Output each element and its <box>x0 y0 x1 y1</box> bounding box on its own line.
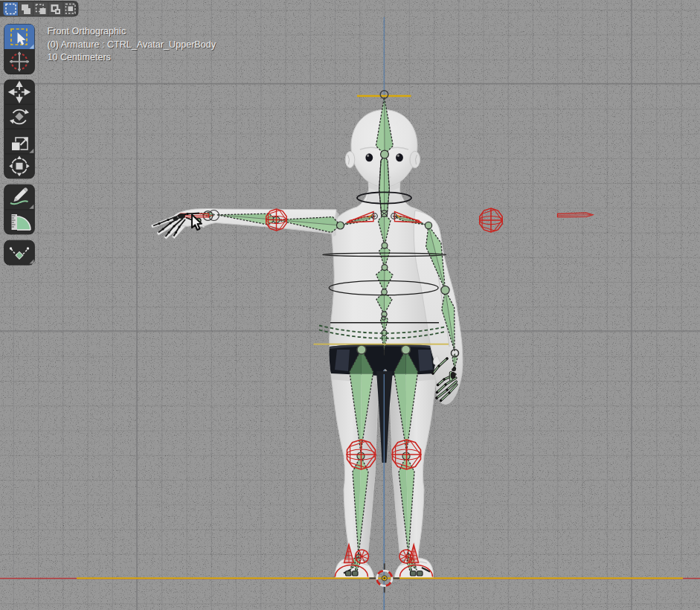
svg-text:(0) Armature : CTRL_Avatar_Upp: (0) Armature : CTRL_Avatar_UpperBody <box>48 39 216 50</box>
svg-text:10 Centimeters: 10 Centimeters <box>48 52 111 62</box>
svg-text:Front Orthographic: Front Orthographic <box>48 26 126 36</box>
